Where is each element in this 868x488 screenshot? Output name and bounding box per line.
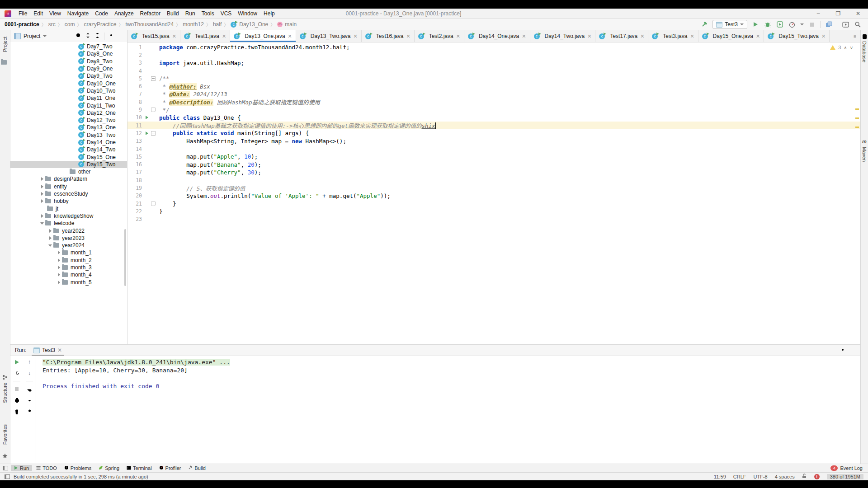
tree-item[interactable]: entity (10, 183, 127, 190)
close-icon[interactable]: ✕ (57, 347, 62, 353)
tree-item[interactable]: cDay10_One (10, 80, 127, 87)
editor-line[interactable]: 18 (127, 176, 860, 184)
editor-line[interactable]: 7 * @Date: 2024/12/13 (127, 90, 860, 98)
editor-line[interactable]: 4 (127, 67, 860, 75)
tree-item[interactable]: month_2 (10, 257, 127, 264)
editor-line[interactable]: 14 (127, 145, 860, 153)
tree-item[interactable]: cDay13_One (10, 124, 127, 131)
menu-item-analyze[interactable]: Analyze (111, 10, 137, 17)
close-icon[interactable]: ✕ (522, 33, 526, 39)
gear-icon[interactable] (108, 32, 114, 40)
menu-item-window[interactable]: Window (235, 10, 260, 17)
chevron-right-icon[interactable] (56, 258, 62, 262)
hide-panel-icon[interactable] (850, 347, 856, 354)
toolwindow-button-build[interactable]: Build (185, 465, 208, 471)
code-editor[interactable]: 1package com.crazyPractice.twoThousandAn… (127, 42, 860, 344)
menu-item-navigate[interactable]: Navigate (64, 10, 92, 17)
caret-position[interactable]: 11:59 (714, 474, 726, 479)
prev-warning-icon[interactable]: ∧ (844, 45, 847, 50)
close-icon[interactable]: ✕ (690, 33, 694, 39)
run-gutter-icon[interactable] (144, 131, 150, 135)
menu-item-tools[interactable]: Tools (198, 10, 217, 17)
tree-item[interactable]: year2024 (10, 242, 127, 249)
tree-item[interactable]: other (10, 168, 127, 175)
editor-line[interactable]: 17 map.put("Cherry", 30); (127, 169, 860, 176)
tree-item[interactable]: cDay7_Two (10, 43, 127, 50)
tree-item[interactable]: leetcode (10, 220, 127, 227)
line-ending[interactable]: CRLF (733, 474, 746, 479)
tree-item[interactable]: cDay11_One (10, 94, 127, 102)
toolwindow-toggle-icon[interactable] (2, 466, 9, 470)
hector-icon[interactable]: ! (814, 474, 820, 479)
editor-tab[interactable]: cTest16.java✕ (362, 30, 415, 42)
breadcrumb-item[interactable]: twoThousandAnd24 (125, 21, 174, 28)
editor-line[interactable]: 16 map.put("Banana", 20); (127, 160, 860, 168)
indent-setting[interactable]: 4 spaces (775, 474, 795, 479)
run-tab-test3[interactable]: Test3 ✕ (32, 345, 64, 356)
tree-item[interactable]: month_1 (10, 249, 127, 256)
tree-item[interactable]: month_4 (10, 271, 127, 278)
memory-indicator[interactable]: 380 of 1951M (827, 474, 863, 479)
search-everywhere-icon[interactable] (854, 20, 862, 28)
minimize-button[interactable]: – (808, 9, 828, 19)
tree-item[interactable]: month_5 (10, 279, 127, 286)
chevron-right-icon[interactable] (39, 199, 45, 203)
toolwindow-button-profiler[interactable]: Profiler (156, 465, 184, 471)
chevron-right-icon[interactable] (39, 192, 45, 196)
menu-item-edit[interactable]: Edit (30, 10, 46, 17)
tree-item[interactable]: month_3 (10, 264, 127, 271)
editor-tab[interactable]: cDay15_Two.java✕ (764, 30, 830, 42)
close-icon[interactable]: ✕ (222, 33, 226, 39)
chevron-right-icon[interactable] (47, 236, 53, 240)
tree-item[interactable]: cDay14_One (10, 139, 127, 146)
scrollbar-warning-mark[interactable] (855, 127, 859, 128)
tree-item[interactable]: knowledgeShow (10, 212, 127, 220)
toolwindow-database-stripe[interactable]: Database (861, 41, 868, 62)
tree-item[interactable]: cDay9_Two (10, 72, 127, 80)
close-icon[interactable]: ✕ (288, 33, 292, 39)
updates-icon[interactable] (825, 20, 833, 28)
soft-wrap-icon[interactable] (26, 385, 33, 393)
up-stack-icon[interactable]: ↑ (26, 358, 33, 366)
profiler-button[interactable] (788, 20, 796, 28)
locate-file-icon[interactable] (75, 32, 81, 40)
scroll-to-end-icon[interactable] (26, 397, 33, 404)
tree-scrollbar[interactable] (124, 229, 126, 286)
tree-item[interactable]: hobby (10, 197, 127, 205)
editor-line[interactable]: 20 System.out.println("Value of 'Apple':… (127, 192, 860, 200)
editor-tab[interactable]: cTest2.java✕ (415, 30, 464, 42)
fold-icon[interactable] (150, 108, 156, 112)
breadcrumb-item[interactable]: com (65, 21, 75, 28)
close-icon[interactable]: ✕ (587, 33, 591, 39)
tree-item[interactable]: cDay11_Two (10, 102, 127, 109)
menu-item-view[interactable]: View (46, 10, 64, 17)
star-icon[interactable] (0, 453, 10, 459)
run-button[interactable] (751, 20, 760, 28)
breadcrumb-item[interactable]: mmain (277, 21, 297, 28)
tree-item[interactable]: cDay9_One (10, 65, 127, 72)
close-icon[interactable]: ✕ (756, 33, 760, 39)
editor-tab[interactable]: cDay13_One.java✕ (230, 30, 296, 42)
fold-icon[interactable] (150, 76, 156, 81)
editor-tab[interactable]: cDay15_One.java✕ (698, 30, 764, 42)
menu-item-code[interactable]: Code (92, 10, 111, 17)
breadcrumb-item[interactable]: 0001-practice (5, 21, 39, 28)
editor-tab[interactable]: cTest15.java✕ (127, 30, 180, 42)
chevron-right-icon[interactable] (39, 185, 45, 188)
close-icon[interactable]: ✕ (821, 33, 826, 39)
chevron-right-icon[interactable] (56, 251, 62, 254)
maven-icon[interactable]: m (861, 139, 868, 144)
build-hammer-icon[interactable] (700, 20, 708, 28)
folder-stripe-icon[interactable] (0, 60, 10, 65)
fold-icon[interactable] (150, 131, 156, 136)
close-icon[interactable]: ✕ (456, 33, 460, 39)
close-icon[interactable]: ✕ (354, 33, 358, 39)
chevron-right-icon[interactable] (47, 229, 53, 233)
tree-item[interactable]: cDay13_Two (10, 131, 127, 139)
close-icon[interactable]: ✕ (172, 33, 176, 39)
tree-item[interactable]: cDay15_One (10, 153, 127, 160)
editor-line[interactable]: 23 (127, 216, 860, 223)
gear-icon[interactable] (840, 347, 846, 354)
breadcrumb-item[interactable]: month12 (183, 21, 204, 28)
fold-icon[interactable] (150, 202, 156, 206)
